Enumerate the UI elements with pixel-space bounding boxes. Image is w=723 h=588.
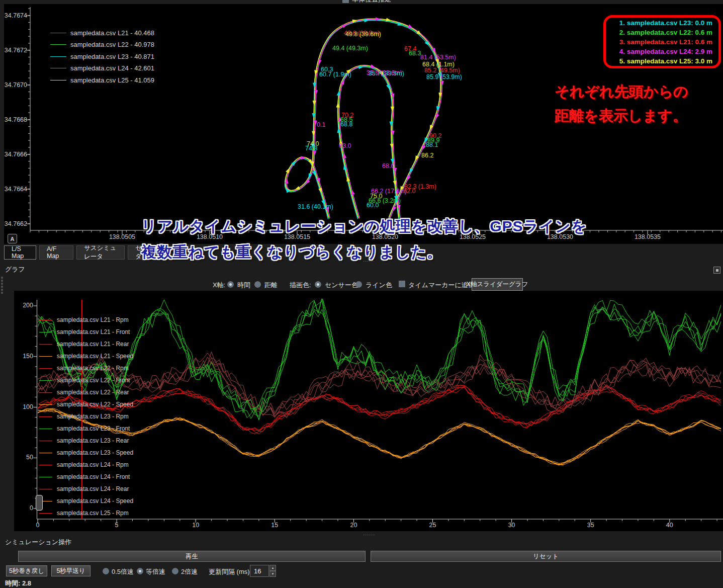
color-radio-sensor[interactable] [315, 281, 321, 288]
tab-lsmap[interactable]: L/S Map [4, 245, 36, 260]
graph-legend-label: sampledata.csv L25 - Rpm [57, 510, 129, 517]
top-checkbox[interactable] [342, 0, 349, 3]
series-L24-front [38, 298, 721, 416]
track-direction-arrow [342, 24, 347, 28]
series-L24-rpm [38, 385, 721, 431]
tab-afmap[interactable]: A/F Map [39, 245, 73, 260]
interval-spin-up[interactable]: ▲ [269, 565, 276, 571]
track-direction-arrow [286, 188, 290, 193]
graph-legend-item[interactable]: sampledata.csv L21 - Speed [39, 352, 133, 360]
rewind-5s-button[interactable]: 5秒巻き戻し [6, 565, 47, 576]
legend-color-swatch [39, 513, 52, 514]
color-radio-line[interactable] [355, 281, 362, 288]
series-L23-rear [38, 357, 721, 417]
legend-color-swatch [39, 416, 52, 417]
legend-color-swatch [50, 68, 66, 68]
series-L25-rpm [38, 385, 721, 430]
update-interval-input[interactable]: 16 [250, 565, 269, 577]
follow-time-marker-label[interactable]: タイムマーカーに追従 [408, 281, 475, 290]
graph-legend-item[interactable]: sampledata.csv L21 - Rpm [39, 316, 129, 324]
map-legend-label: sampledata.csv L22 - 40.978 [70, 41, 154, 48]
map-legend-item: sampledata.csv L24 - 42.601 [50, 64, 154, 73]
autoscale-button[interactable]: A [8, 234, 17, 243]
legend-color-swatch [39, 429, 52, 429]
color-option-sensor[interactable]: センサー色 [325, 281, 358, 290]
speed-option-0-5x[interactable]: 0.5倍速 [112, 567, 134, 576]
app-window: 車体位置推定 sampledata.csv L21 - 40.468sample… [0, 0, 723, 588]
reset-button[interactable]: リセット [371, 551, 721, 562]
tab-[interactable]: サスシミュレータ [76, 245, 125, 260]
track-direction-arrow [436, 114, 439, 119]
legend-color-swatch [39, 453, 52, 453]
legend-color-swatch [50, 80, 66, 80]
distance-note-text: それぞれ先頭からの 距離を表示します。 [555, 79, 688, 128]
graph-legend-item[interactable]: sampledata.csv L23 - Speed [39, 449, 133, 457]
graph-legend-item[interactable]: sampledata.csv L24 - Front [39, 473, 130, 481]
color-option-line[interactable]: ライン色 [366, 281, 392, 290]
graph-legend-item[interactable]: sampledata.csv L23 - Rear [39, 437, 129, 445]
legend-color-swatch [39, 332, 52, 332]
simulation-panel-title: シミュレーション操作 [5, 538, 71, 547]
graph-legend-label: sampledata.csv L22 - Rear [57, 389, 129, 396]
popout-icon[interactable] [713, 267, 720, 274]
series-L23-speed [38, 410, 721, 465]
track-direction-arrow [422, 145, 426, 150]
graph-legend-label: sampledata.csv L22 - Front [57, 377, 130, 384]
legend-color-swatch [50, 33, 66, 33]
graph-legend-label: sampledata.csv L21 - Rpm [57, 316, 129, 323]
x-axis-slider-graph-button[interactable]: X軸スライダーグラフ [472, 278, 523, 291]
graph-legend-label: sampledata.csv L24 - Rear [57, 485, 129, 492]
forward-5s-button[interactable]: 5秒早送り [51, 565, 91, 576]
map-legend-label: sampledata.csv L25 - 41.059 [70, 76, 154, 84]
legend-color-swatch [39, 441, 52, 441]
head-distance-box: 1. sampledata.csv L23: 0.0 m2. sampledat… [603, 15, 721, 68]
graph-legend-item[interactable]: sampledata.csv L22 - Rear [39, 388, 129, 396]
legend-color-swatch [50, 56, 66, 57]
graph-legend-item[interactable]: sampledata.csv L23 - Rpm [39, 412, 129, 421]
play-button[interactable]: 再生 [18, 551, 366, 562]
interval-spin-down[interactable]: ▼ [269, 571, 276, 577]
legend-color-swatch [39, 380, 52, 381]
graph-legend-item[interactable]: sampledata.csv L21 - Front [39, 328, 130, 336]
sensor-graph-plot[interactable] [0, 290, 723, 532]
gps-track-sampledata-csv-L24 [287, 19, 442, 218]
x-axis-option-time[interactable]: 時間 [237, 281, 250, 290]
speed-radio-2x[interactable] [172, 568, 178, 574]
map-legend-label: sampledata.csv L21 - 40.468 [70, 29, 154, 37]
x-axis-label: X軸: [213, 281, 225, 290]
track-direction-arrow [286, 168, 290, 174]
graph-legend-label: sampledata.csv L23 - Rpm [57, 413, 129, 420]
x-axis-radio-time[interactable] [227, 281, 234, 288]
graph-legend-item[interactable]: sampledata.csv L25 - Rpm [39, 509, 129, 517]
graph-legend-item[interactable]: sampledata.csv L22 - Front [39, 376, 130, 384]
speed-option-2x[interactable]: 2倍速 [181, 567, 198, 576]
graph-legend-label: sampledata.csv L24 - Speed [57, 497, 133, 505]
track-direction-arrow [393, 206, 396, 212]
legend-color-swatch [39, 356, 52, 357]
follow-time-marker-checkbox[interactable] [399, 281, 405, 287]
graph-legend-item[interactable]: sampledata.csv L24 - Speed [39, 497, 133, 505]
graph-legend-item[interactable]: sampledata.csv L21 - Rear [39, 340, 129, 348]
graph-legend-item[interactable]: sampledata.csv L23 - Front [39, 425, 130, 433]
map-legend-item: sampledata.csv L25 - 41.059 [50, 75, 154, 85]
graph-legend-label: sampledata.csv L24 - Front [57, 473, 130, 480]
head-distance-line: 2. sampledata.csv L22: 0.6 m [606, 28, 712, 37]
legend-color-swatch [39, 392, 52, 393]
graph-legend-label: sampledata.csv L21 - Front [57, 328, 130, 335]
x-axis-radio-distance[interactable] [254, 281, 261, 288]
graph-legend-item[interactable]: sampledata.csv L24 - Rpm [39, 461, 129, 469]
series-L21-speed [38, 410, 721, 465]
speed-radio-0-5x[interactable] [103, 568, 109, 574]
legend-color-swatch [50, 44, 66, 45]
series-L25-speed [38, 408, 721, 463]
graph-legend-item[interactable]: sampledata.csv L22 - Speed [39, 400, 133, 408]
speed-option-1x[interactable]: 等倍速 [146, 567, 165, 576]
speed-radio-1x[interactable] [137, 568, 143, 574]
legend-scrollbar-thumb[interactable] [36, 495, 43, 511]
graph-legend-item[interactable]: sampledata.csv L22 - Rpm [39, 364, 129, 372]
splitter-handle-bottom[interactable]: ······ [363, 533, 375, 536]
legend-color-swatch [39, 368, 52, 369]
x-axis-option-distance[interactable]: 距離 [264, 281, 278, 290]
graph-legend-item[interactable]: sampledata.csv L24 - Rear [39, 485, 129, 493]
track-direction-arrow [295, 186, 300, 190]
